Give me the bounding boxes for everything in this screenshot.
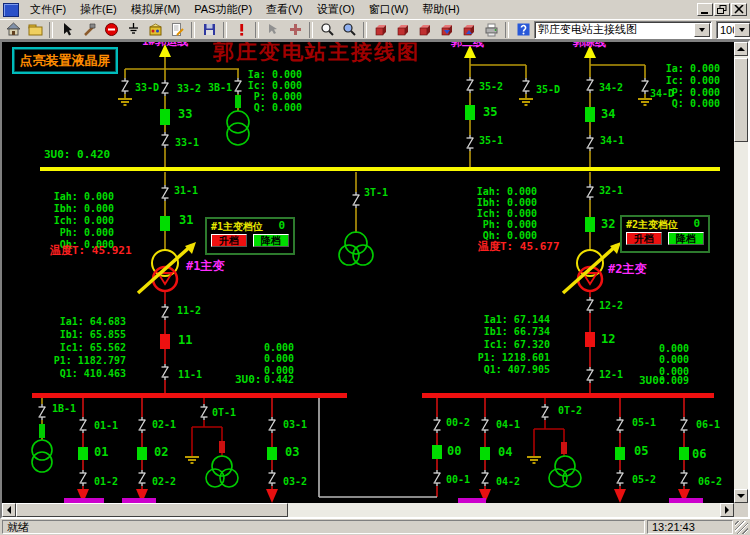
save-icon[interactable] xyxy=(198,20,220,39)
diagram-graphics xyxy=(2,42,734,503)
printer-icon[interactable] xyxy=(480,20,502,39)
breaker-01[interactable] xyxy=(78,447,88,460)
bus-10kv-right xyxy=(422,393,714,398)
diagram-select[interactable]: 郭庄变电站主接线图 xyxy=(534,21,712,39)
restore-button[interactable] xyxy=(714,3,730,16)
bus-tie-link xyxy=(319,398,437,497)
client-area: 1#郭运线郭二线郭陈线郭庄变电站主接线图Ia: 0.000Ic: 0.000P:… xyxy=(0,40,750,519)
t1-tap-panel: #1主变档位 0 升档 降档 xyxy=(205,217,295,255)
ground-icon[interactable] xyxy=(122,20,144,39)
status-ready-text: 就绪 xyxy=(7,520,29,535)
cursor-icon[interactable] xyxy=(56,20,78,39)
open-folder-icon[interactable] xyxy=(24,20,46,39)
scroll-down-icon[interactable] xyxy=(734,489,748,503)
device-cube-1-icon[interactable] xyxy=(370,20,392,39)
t1-tap-title: #1主变档位 xyxy=(211,221,263,232)
scrollbar-corner xyxy=(734,503,748,517)
transformer-3t xyxy=(345,232,367,254)
menu-item-7[interactable]: 帮助(H) xyxy=(415,1,466,17)
zoom-select-value: 100% xyxy=(717,24,734,36)
back-arrow-icon[interactable] xyxy=(262,20,284,39)
breaker-00[interactable] xyxy=(432,445,442,459)
device-cube-5-icon[interactable] xyxy=(458,20,480,39)
home-icon[interactable] xyxy=(2,20,24,39)
menu-item-6[interactable]: 窗口(W) xyxy=(362,1,416,17)
minimize-button[interactable] xyxy=(697,3,713,16)
vertical-scrollbar-thumb[interactable] xyxy=(734,58,748,142)
toolbar-separator xyxy=(49,22,53,38)
t2-tap-lower-button[interactable]: 降档 xyxy=(668,232,704,245)
window-controls xyxy=(697,3,750,16)
toolbar-separator xyxy=(255,22,259,38)
device-cube-4-icon[interactable] xyxy=(436,20,458,39)
stop-icon[interactable] xyxy=(100,20,122,39)
app-icon xyxy=(3,3,19,17)
breaker-31[interactable] xyxy=(160,216,170,231)
exclaim-icon[interactable] xyxy=(230,20,252,39)
menu-item-2[interactable]: 模拟屏(M) xyxy=(124,1,188,17)
menu-bar: 文件(F)操作(E)模拟屏(M)PAS功能(P)查看(V)设置(O)窗口(W)帮… xyxy=(0,0,750,19)
help-icon[interactable] xyxy=(512,20,534,39)
pt-bus-10kv xyxy=(32,440,52,460)
pt-line-33 xyxy=(227,111,249,133)
tool-icon[interactable] xyxy=(78,20,100,39)
breaker-34[interactable] xyxy=(585,107,595,122)
bus-10kv-left xyxy=(32,393,347,398)
breaker-33[interactable] xyxy=(160,109,170,125)
plus-icon[interactable] xyxy=(284,20,306,39)
diagram-select-dropdown-icon[interactable] xyxy=(694,23,710,37)
t2-tap-raise-button[interactable]: 升档 xyxy=(626,232,662,245)
menu-item-5[interactable]: 设置(O) xyxy=(310,1,362,17)
breaker-06[interactable] xyxy=(679,447,689,460)
bus-110kv xyxy=(40,167,720,171)
device-cube-2-icon[interactable] xyxy=(392,20,414,39)
breaker-32[interactable] xyxy=(585,217,595,232)
t1-tap-lower-button[interactable]: 降档 xyxy=(253,234,289,247)
toolbar-separator xyxy=(191,22,195,38)
status-bar: 就绪 13:21:43 xyxy=(0,519,750,535)
scroll-up-icon[interactable] xyxy=(734,42,748,56)
menu-item-1[interactable]: 操作(E) xyxy=(73,1,124,17)
t2-tap-panel: #2主变档位 0 升档 降档 xyxy=(620,215,710,253)
main-transformer-2 xyxy=(563,242,621,293)
horizontal-scrollbar-thumb[interactable] xyxy=(16,503,288,517)
t1-tap-raise-button[interactable]: 升档 xyxy=(211,234,247,247)
diagram-select-value: 郭庄变电站主接线图 xyxy=(535,22,694,37)
vertical-scrollbar[interactable] xyxy=(734,42,748,503)
breaker-05[interactable] xyxy=(615,447,625,460)
toolbar-separator xyxy=(223,22,227,38)
single-line-diagram-canvas[interactable]: 1#郭运线郭二线郭陈线郭庄变电站主接线图Ia: 0.000Ic: 0.000P:… xyxy=(2,42,734,503)
zoom-select[interactable]: 100% xyxy=(716,21,750,39)
light-lcd-button[interactable]: 点亮装置液晶屏 xyxy=(12,47,118,74)
menu-item-3[interactable]: PAS功能(P) xyxy=(187,1,259,17)
toolbar-separator xyxy=(505,22,509,38)
close-button[interactable] xyxy=(731,3,747,16)
breaker-35[interactable] xyxy=(465,105,475,120)
resize-grip[interactable] xyxy=(735,521,748,534)
scroll-left-icon[interactable] xyxy=(2,503,16,517)
note-icon[interactable] xyxy=(166,20,188,39)
main-transformer-1 xyxy=(138,242,196,293)
breaker-11[interactable] xyxy=(160,334,170,349)
breaker-02[interactable] xyxy=(137,447,147,460)
toolbar: 郭庄变电站主接线图 100% xyxy=(0,19,750,40)
package-icon[interactable] xyxy=(144,20,166,39)
menu-items: 文件(F)操作(E)模拟屏(M)PAS功能(P)查看(V)设置(O)窗口(W)帮… xyxy=(23,2,467,17)
toolbar-separator xyxy=(309,22,313,38)
t1-tap-value: 0 xyxy=(278,220,289,232)
breaker-12[interactable] xyxy=(585,332,595,347)
status-time: 13:21:43 xyxy=(652,521,695,533)
scroll-right-icon[interactable] xyxy=(720,503,734,517)
horizontal-scrollbar[interactable] xyxy=(2,503,734,517)
breaker-04[interactable] xyxy=(480,447,490,460)
menu-item-0[interactable]: 文件(F) xyxy=(23,1,73,17)
zoom-out-icon[interactable] xyxy=(316,20,338,39)
t2-tap-title: #2主变档位 xyxy=(626,219,678,230)
zoom-select-dropdown-icon[interactable] xyxy=(734,23,750,37)
menu-item-4[interactable]: 查看(V) xyxy=(259,1,310,17)
breaker-03[interactable] xyxy=(267,447,277,460)
device-cube-3-icon[interactable] xyxy=(414,20,436,39)
zoom-in-icon[interactable] xyxy=(338,20,360,39)
toolbar-separator xyxy=(363,22,367,38)
app-window: 文件(F)操作(E)模拟屏(M)PAS功能(P)查看(V)设置(O)窗口(W)帮… xyxy=(0,0,750,535)
